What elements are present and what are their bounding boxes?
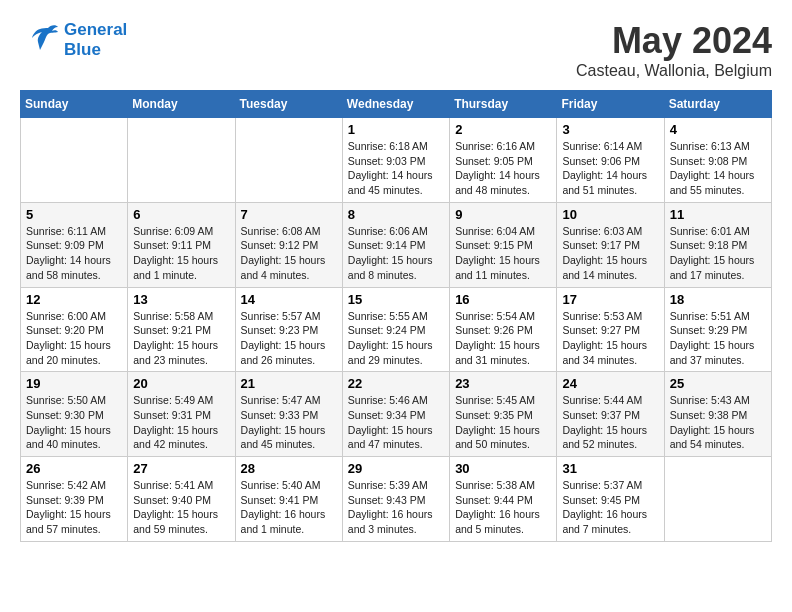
day-number: 16	[455, 292, 551, 307]
table-row: 31Sunrise: 5:37 AMSunset: 9:45 PMDayligh…	[557, 457, 664, 542]
calendar-week-row: 19Sunrise: 5:50 AMSunset: 9:30 PMDayligh…	[21, 372, 772, 457]
day-info: Sunrise: 5:45 AMSunset: 9:35 PMDaylight:…	[455, 393, 551, 452]
day-number: 13	[133, 292, 229, 307]
table-row: 21Sunrise: 5:47 AMSunset: 9:33 PMDayligh…	[235, 372, 342, 457]
day-number: 8	[348, 207, 444, 222]
day-info: Sunrise: 5:49 AMSunset: 9:31 PMDaylight:…	[133, 393, 229, 452]
day-number: 24	[562, 376, 658, 391]
day-info: Sunrise: 6:03 AMSunset: 9:17 PMDaylight:…	[562, 224, 658, 283]
day-number: 30	[455, 461, 551, 476]
table-row: 7Sunrise: 6:08 AMSunset: 9:12 PMDaylight…	[235, 202, 342, 287]
day-info: Sunrise: 5:42 AMSunset: 9:39 PMDaylight:…	[26, 478, 122, 537]
calendar-header-row: Sunday Monday Tuesday Wednesday Thursday…	[21, 91, 772, 118]
day-info: Sunrise: 5:53 AMSunset: 9:27 PMDaylight:…	[562, 309, 658, 368]
col-friday: Friday	[557, 91, 664, 118]
day-info: Sunrise: 6:14 AMSunset: 9:06 PMDaylight:…	[562, 139, 658, 198]
day-number: 10	[562, 207, 658, 222]
table-row	[128, 118, 235, 203]
day-number: 15	[348, 292, 444, 307]
day-number: 2	[455, 122, 551, 137]
day-info: Sunrise: 5:47 AMSunset: 9:33 PMDaylight:…	[241, 393, 337, 452]
day-number: 1	[348, 122, 444, 137]
col-wednesday: Wednesday	[342, 91, 449, 118]
day-number: 31	[562, 461, 658, 476]
day-info: Sunrise: 5:44 AMSunset: 9:37 PMDaylight:…	[562, 393, 658, 452]
col-saturday: Saturday	[664, 91, 771, 118]
calendar-table: Sunday Monday Tuesday Wednesday Thursday…	[20, 90, 772, 542]
day-info: Sunrise: 5:54 AMSunset: 9:26 PMDaylight:…	[455, 309, 551, 368]
table-row: 23Sunrise: 5:45 AMSunset: 9:35 PMDayligh…	[450, 372, 557, 457]
col-tuesday: Tuesday	[235, 91, 342, 118]
day-number: 25	[670, 376, 766, 391]
table-row: 1Sunrise: 6:18 AMSunset: 9:03 PMDaylight…	[342, 118, 449, 203]
calendar-week-row: 5Sunrise: 6:11 AMSunset: 9:09 PMDaylight…	[21, 202, 772, 287]
day-number: 19	[26, 376, 122, 391]
table-row	[664, 457, 771, 542]
day-number: 17	[562, 292, 658, 307]
day-info: Sunrise: 6:00 AMSunset: 9:20 PMDaylight:…	[26, 309, 122, 368]
day-info: Sunrise: 5:46 AMSunset: 9:34 PMDaylight:…	[348, 393, 444, 452]
day-number: 26	[26, 461, 122, 476]
day-info: Sunrise: 6:06 AMSunset: 9:14 PMDaylight:…	[348, 224, 444, 283]
day-number: 6	[133, 207, 229, 222]
day-number: 9	[455, 207, 551, 222]
table-row: 25Sunrise: 5:43 AMSunset: 9:38 PMDayligh…	[664, 372, 771, 457]
table-row: 6Sunrise: 6:09 AMSunset: 9:11 PMDaylight…	[128, 202, 235, 287]
table-row: 8Sunrise: 6:06 AMSunset: 9:14 PMDaylight…	[342, 202, 449, 287]
title-block: May 2024 Casteau, Wallonia, Belgium	[576, 20, 772, 80]
calendar-week-row: 12Sunrise: 6:00 AMSunset: 9:20 PMDayligh…	[21, 287, 772, 372]
table-row: 16Sunrise: 5:54 AMSunset: 9:26 PMDayligh…	[450, 287, 557, 372]
table-row: 24Sunrise: 5:44 AMSunset: 9:37 PMDayligh…	[557, 372, 664, 457]
day-number: 21	[241, 376, 337, 391]
day-info: Sunrise: 6:16 AMSunset: 9:05 PMDaylight:…	[455, 139, 551, 198]
page-header: General Blue May 2024 Casteau, Wallonia,…	[20, 20, 772, 80]
table-row: 9Sunrise: 6:04 AMSunset: 9:15 PMDaylight…	[450, 202, 557, 287]
table-row: 2Sunrise: 6:16 AMSunset: 9:05 PMDaylight…	[450, 118, 557, 203]
table-row: 14Sunrise: 5:57 AMSunset: 9:23 PMDayligh…	[235, 287, 342, 372]
day-info: Sunrise: 6:09 AMSunset: 9:11 PMDaylight:…	[133, 224, 229, 283]
logo: General Blue	[20, 20, 127, 61]
table-row: 12Sunrise: 6:00 AMSunset: 9:20 PMDayligh…	[21, 287, 128, 372]
table-row: 18Sunrise: 5:51 AMSunset: 9:29 PMDayligh…	[664, 287, 771, 372]
day-info: Sunrise: 5:55 AMSunset: 9:24 PMDaylight:…	[348, 309, 444, 368]
day-number: 12	[26, 292, 122, 307]
calendar-title: May 2024	[576, 20, 772, 62]
day-number: 29	[348, 461, 444, 476]
table-row: 27Sunrise: 5:41 AMSunset: 9:40 PMDayligh…	[128, 457, 235, 542]
day-info: Sunrise: 6:18 AMSunset: 9:03 PMDaylight:…	[348, 139, 444, 198]
day-number: 4	[670, 122, 766, 137]
day-info: Sunrise: 5:58 AMSunset: 9:21 PMDaylight:…	[133, 309, 229, 368]
table-row: 19Sunrise: 5:50 AMSunset: 9:30 PMDayligh…	[21, 372, 128, 457]
day-info: Sunrise: 6:08 AMSunset: 9:12 PMDaylight:…	[241, 224, 337, 283]
day-info: Sunrise: 5:57 AMSunset: 9:23 PMDaylight:…	[241, 309, 337, 368]
table-row	[21, 118, 128, 203]
day-info: Sunrise: 5:38 AMSunset: 9:44 PMDaylight:…	[455, 478, 551, 537]
day-number: 22	[348, 376, 444, 391]
table-row: 28Sunrise: 5:40 AMSunset: 9:41 PMDayligh…	[235, 457, 342, 542]
day-info: Sunrise: 5:37 AMSunset: 9:45 PMDaylight:…	[562, 478, 658, 537]
table-row: 17Sunrise: 5:53 AMSunset: 9:27 PMDayligh…	[557, 287, 664, 372]
table-row: 11Sunrise: 6:01 AMSunset: 9:18 PMDayligh…	[664, 202, 771, 287]
day-info: Sunrise: 5:39 AMSunset: 9:43 PMDaylight:…	[348, 478, 444, 537]
day-number: 11	[670, 207, 766, 222]
col-sunday: Sunday	[21, 91, 128, 118]
calendar-week-row: 1Sunrise: 6:18 AMSunset: 9:03 PMDaylight…	[21, 118, 772, 203]
table-row	[235, 118, 342, 203]
day-info: Sunrise: 6:11 AMSunset: 9:09 PMDaylight:…	[26, 224, 122, 283]
day-number: 27	[133, 461, 229, 476]
table-row: 15Sunrise: 5:55 AMSunset: 9:24 PMDayligh…	[342, 287, 449, 372]
calendar-subtitle: Casteau, Wallonia, Belgium	[576, 62, 772, 80]
table-row: 30Sunrise: 5:38 AMSunset: 9:44 PMDayligh…	[450, 457, 557, 542]
table-row: 10Sunrise: 6:03 AMSunset: 9:17 PMDayligh…	[557, 202, 664, 287]
day-info: Sunrise: 6:04 AMSunset: 9:15 PMDaylight:…	[455, 224, 551, 283]
table-row: 5Sunrise: 6:11 AMSunset: 9:09 PMDaylight…	[21, 202, 128, 287]
day-number: 3	[562, 122, 658, 137]
table-row: 13Sunrise: 5:58 AMSunset: 9:21 PMDayligh…	[128, 287, 235, 372]
table-row: 29Sunrise: 5:39 AMSunset: 9:43 PMDayligh…	[342, 457, 449, 542]
day-info: Sunrise: 5:51 AMSunset: 9:29 PMDaylight:…	[670, 309, 766, 368]
day-number: 18	[670, 292, 766, 307]
logo-icon	[20, 20, 60, 60]
day-number: 28	[241, 461, 337, 476]
table-row: 20Sunrise: 5:49 AMSunset: 9:31 PMDayligh…	[128, 372, 235, 457]
day-info: Sunrise: 5:43 AMSunset: 9:38 PMDaylight:…	[670, 393, 766, 452]
